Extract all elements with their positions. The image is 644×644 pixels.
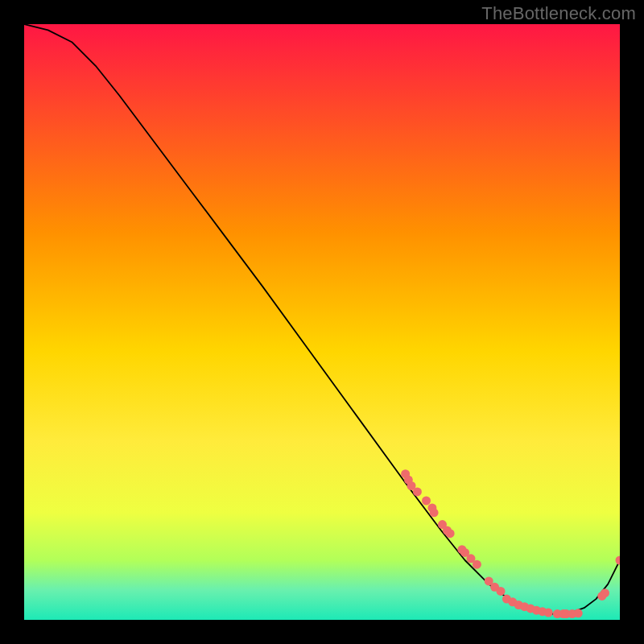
data-point bbox=[473, 560, 481, 569]
data-point bbox=[430, 508, 439, 517]
data-point bbox=[422, 497, 431, 506]
data-point bbox=[413, 487, 422, 496]
data-point bbox=[446, 529, 455, 538]
watermark-text: TheBottleneck.com bbox=[481, 3, 636, 24]
gradient-background bbox=[24, 24, 620, 620]
data-point bbox=[544, 609, 553, 617]
chart-container: TheBottleneck.com bbox=[0, 0, 644, 644]
data-point bbox=[497, 587, 506, 596]
data-point bbox=[574, 609, 583, 617]
data-point bbox=[601, 588, 609, 597]
plot-area bbox=[24, 24, 620, 620]
